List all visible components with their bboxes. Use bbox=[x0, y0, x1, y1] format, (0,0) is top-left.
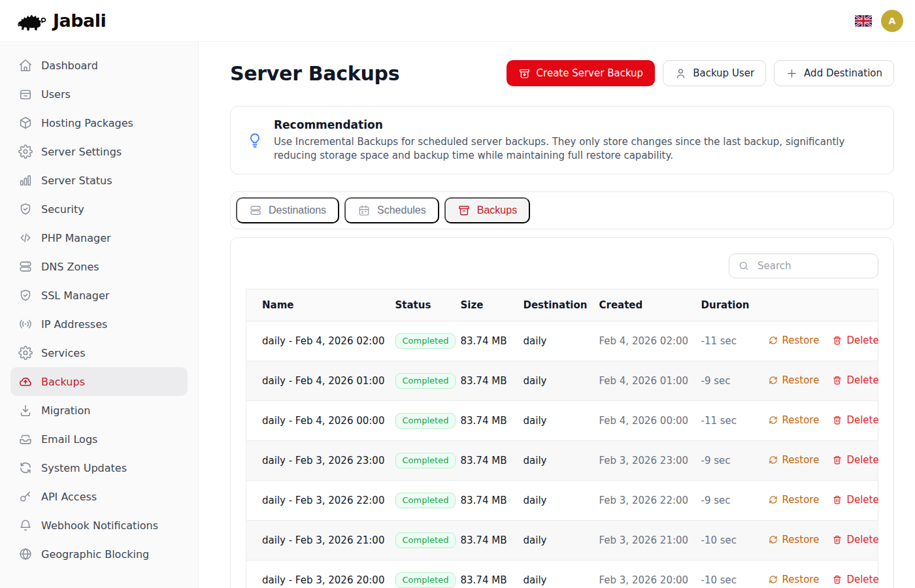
delete-label: Delete bbox=[846, 574, 878, 585]
trash-icon bbox=[832, 574, 842, 585]
sidebar-item-label: Users bbox=[41, 88, 71, 101]
cell-name: daily - Feb 4, 2026 01:00 bbox=[246, 361, 388, 401]
download-icon bbox=[18, 403, 33, 417]
add-destination-button[interactable]: Add Destination bbox=[774, 60, 894, 86]
sidebar-item-dns-zones[interactable]: DNS Zones bbox=[10, 252, 188, 281]
brand-logo[interactable]: Jabali bbox=[16, 10, 106, 32]
sidebar-item-geographic-blocking[interactable]: Geographic Blocking bbox=[10, 540, 188, 568]
delete-button[interactable]: Delete bbox=[832, 494, 878, 506]
restore-label: Restore bbox=[782, 454, 820, 466]
tab-backups[interactable]: Backups bbox=[444, 197, 530, 223]
tab-label: Schedules bbox=[377, 204, 426, 216]
server-stack-icon bbox=[249, 204, 262, 217]
sidebar-item-server-settings[interactable]: Server Settings bbox=[10, 137, 188, 166]
cell-status: Completed bbox=[388, 361, 453, 401]
restore-button[interactable]: Restore bbox=[768, 454, 820, 466]
sidebar-item-php-manager[interactable]: PHP Manager bbox=[10, 223, 188, 252]
user-avatar[interactable]: A bbox=[881, 10, 903, 32]
cell-created: Feb 3, 2026 22:00 bbox=[591, 481, 693, 521]
topbar-right: A bbox=[855, 10, 905, 32]
delete-button[interactable]: Delete bbox=[832, 534, 878, 546]
globe-icon bbox=[18, 547, 33, 561]
delete-button[interactable]: Delete bbox=[832, 414, 878, 426]
search-box bbox=[729, 253, 878, 278]
restore-button[interactable]: Restore bbox=[768, 574, 820, 585]
user-icon bbox=[674, 67, 687, 80]
sidebar-item-webhook-notifications[interactable]: Webhook Notifications bbox=[10, 511, 188, 540]
sidebar-item-email-logs[interactable]: Email Logs bbox=[10, 425, 188, 453]
topbar: Jabali A bbox=[0, 0, 915, 42]
sidebar-item-label: Migration bbox=[41, 404, 90, 417]
bell-icon bbox=[18, 518, 33, 532]
sidebar-item-label: Email Logs bbox=[41, 433, 97, 446]
create-server-backup-label: Create Server Backup bbox=[537, 67, 644, 79]
backup-user-button[interactable]: Backup User bbox=[663, 60, 766, 86]
delete-button[interactable]: Delete bbox=[832, 574, 878, 585]
cell-duration: -9 sec bbox=[693, 441, 760, 481]
boar-icon bbox=[16, 10, 46, 32]
cell-status: Completed bbox=[388, 561, 453, 588]
sidebar-item-label: API Access bbox=[41, 491, 97, 503]
trash-icon bbox=[832, 534, 842, 545]
sidebar-item-label: Webhook Notifications bbox=[41, 519, 158, 532]
sidebar-nav: DashboardUsersHosting PackagesServer Set… bbox=[0, 42, 199, 588]
sidebar-item-hosting-packages[interactable]: Hosting Packages bbox=[10, 108, 188, 137]
sidebar-item-security[interactable]: Security bbox=[10, 195, 188, 223]
sidebar-item-system-updates[interactable]: System Updates bbox=[10, 453, 188, 482]
sidebar-item-users[interactable]: Users bbox=[10, 80, 188, 108]
sidebar-item-ip-addresses[interactable]: IP Addresses bbox=[10, 310, 188, 338]
restore-button[interactable]: Restore bbox=[768, 534, 820, 546]
sidebar-item-api-access[interactable]: API Access bbox=[10, 482, 188, 511]
package-icon bbox=[18, 116, 33, 130]
cell-actions: RestoreDelete bbox=[760, 521, 878, 561]
cell-created: Feb 3, 2026 21:00 bbox=[591, 521, 693, 561]
table-header: NameStatusSizeDestinationCreatedDuration bbox=[246, 289, 878, 321]
sidebar-item-backups[interactable]: Backups bbox=[10, 367, 188, 396]
sidebar-item-label: IP Addresses bbox=[41, 318, 107, 331]
sidebar-item-label: Services bbox=[41, 347, 85, 359]
status-badge: Completed bbox=[395, 413, 456, 429]
tab-destinations[interactable]: Destinations bbox=[236, 197, 339, 223]
status-badge: Completed bbox=[395, 373, 456, 389]
restore-label: Restore bbox=[782, 574, 820, 585]
radio-icon bbox=[18, 317, 33, 331]
sidebar-item-services[interactable]: Services bbox=[10, 338, 188, 367]
sidebar-item-dashboard[interactable]: Dashboard bbox=[10, 51, 188, 80]
sidebar-item-label: DNS Zones bbox=[41, 261, 99, 273]
sidebar-item-ssl-manager[interactable]: SSL Manager bbox=[10, 281, 188, 310]
sidebar-item-server-status[interactable]: Server Status bbox=[10, 166, 188, 195]
restore-button[interactable]: Restore bbox=[768, 414, 820, 426]
code-icon bbox=[18, 231, 33, 245]
cell-created: Feb 4, 2026 02:00 bbox=[591, 321, 693, 361]
create-server-backup-button[interactable]: Create Server Backup bbox=[507, 60, 656, 86]
search-input[interactable] bbox=[756, 259, 869, 272]
uk-flag-icon[interactable] bbox=[855, 15, 872, 27]
recommendation-text: Recommendation Use Incremental Backups f… bbox=[274, 118, 878, 162]
restore-button[interactable]: Restore bbox=[768, 494, 820, 506]
header-actions: Create Server Backup Backup User Add Des… bbox=[507, 60, 894, 86]
restore-button[interactable]: Restore bbox=[768, 335, 820, 346]
cell-created: Feb 3, 2026 23:00 bbox=[591, 441, 693, 481]
sidebar-item-label: Server Settings bbox=[41, 146, 122, 158]
archive-icon bbox=[458, 204, 471, 217]
key-icon bbox=[18, 489, 33, 504]
restore-button[interactable]: Restore bbox=[768, 374, 820, 386]
column-header-created: Created bbox=[591, 289, 693, 321]
cell-size: 83.74 MB bbox=[453, 321, 516, 361]
rotate-icon bbox=[768, 574, 778, 585]
cell-destination: daily bbox=[516, 361, 591, 401]
delete-button[interactable]: Delete bbox=[832, 454, 878, 466]
rotate-icon bbox=[768, 455, 778, 465]
cell-duration: -9 sec bbox=[693, 361, 760, 401]
tab-schedules[interactable]: Schedules bbox=[344, 197, 439, 223]
plus-icon bbox=[786, 67, 798, 80]
delete-button[interactable]: Delete bbox=[832, 374, 878, 386]
cell-name: daily - Feb 4, 2026 02:00 bbox=[246, 321, 388, 361]
sidebar-item-migration[interactable]: Migration bbox=[10, 396, 188, 425]
delete-button[interactable]: Delete bbox=[832, 335, 878, 346]
refresh-icon bbox=[18, 461, 33, 475]
column-header-status: Status bbox=[388, 289, 453, 321]
shield-check-icon bbox=[18, 288, 33, 302]
cell-name: daily - Feb 3, 2026 21:00 bbox=[246, 521, 388, 561]
gear-icon bbox=[18, 346, 33, 360]
